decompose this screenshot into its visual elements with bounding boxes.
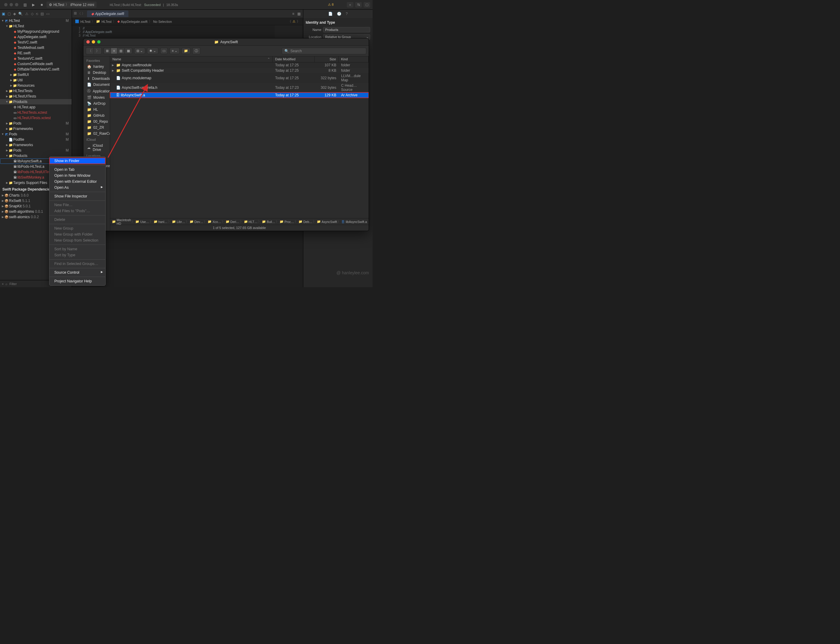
sidebar-item[interactable]: 📁02_RawCode: [84, 131, 110, 136]
app-icon: ⚙: [49, 3, 52, 7]
finder-back-button[interactable]: 〈: [86, 48, 94, 54]
add-target-icon[interactable]: +: [2, 282, 3, 286]
sidebar-item[interactable]: ☁iCloud Drive: [84, 143, 110, 153]
scheme-selector[interactable]: ⚙ HLTest 〉 iPhone 12 mini: [46, 2, 97, 8]
sidebar-item[interactable]: 📄Documents: [84, 82, 110, 88]
share-button[interactable]: ≡ ⌄: [169, 48, 180, 54]
tree-item[interactable]: ▶📁Resources: [0, 83, 72, 88]
adjust-editor-icon[interactable]: ▦: [297, 12, 300, 16]
sidebar-item[interactable]: 🏠hanley: [84, 64, 110, 70]
finder-column-headers[interactable]: Name ⌃ Date Modified Size Kind: [110, 56, 369, 62]
tree-item[interactable]: ▼📁HLTest: [0, 23, 72, 29]
sidebar-item[interactable]: 📁00_Repo: [84, 118, 110, 125]
finder-fwd-button[interactable]: 〉: [94, 48, 102, 54]
breadcrumb[interactable]: 🟦HLTest〉 📁HLTest〉 ◆AppDelegate.swift〉 No…: [72, 18, 303, 25]
filter-icon[interactable]: ⌕: [5, 282, 8, 286]
editor-tab[interactable]: ◆AppDelegate.swift: [87, 10, 128, 17]
menu-item: Sort by Type: [49, 252, 105, 258]
navigator-filter[interactable]: Filter: [9, 282, 16, 286]
code-review-icon[interactable]: ⇆: [355, 2, 362, 8]
tree-item[interactable]: ▶📁PodsM: [0, 148, 72, 153]
fwd-button[interactable]: 〉: [82, 11, 85, 16]
file-row[interactable]: ▶📁Async.swiftmodule Today at 17:25107 KB…: [110, 62, 369, 68]
add-button[interactable]: +: [347, 2, 353, 8]
menu-item[interactable]: Project Navigator Help: [49, 278, 105, 284]
tree-item[interactable]: ▶📁PodsM: [0, 121, 72, 126]
inspector-section-title: Identity and Type: [306, 20, 370, 25]
sidebar-item[interactable]: 📁HL: [84, 107, 110, 113]
tree-item[interactable]: ▶📁HLTestTests: [0, 88, 72, 94]
tree-item[interactable]: ◆TestVC.swift: [0, 39, 72, 45]
run-button[interactable]: ▶: [30, 2, 37, 8]
tree-item[interactable]: ◆CustomCellNode.swift: [0, 61, 72, 67]
sidebar-item[interactable]: ⒶApplications: [84, 88, 110, 95]
menu-item[interactable]: Show in Finder: [49, 158, 105, 164]
tree-item[interactable]: ▭HLTestUITests.xctest: [0, 115, 72, 121]
navigator-selector[interactable]: ▣▢◆🔍⚠◇⎋▤▭: [0, 10, 72, 18]
finder-path-bar[interactable]: 📁Macintosh HD〉📁Use…〉📁hanl…〉📁Libr…〉📁Dev…〉…: [110, 218, 369, 225]
menu-item: New File…: [49, 202, 105, 208]
tree-item[interactable]: ▼◩HLTestM: [0, 18, 72, 23]
finder-search[interactable]: 🔍Search: [282, 48, 366, 54]
sidebar-toggle-icon[interactable]: ▥: [21, 2, 28, 8]
menu-item: New Group: [49, 225, 105, 232]
tree-item[interactable]: ▶📁Util: [0, 77, 72, 83]
tree-item[interactable]: ◆TextureVC.swift: [0, 56, 72, 61]
menu-item: Add Files to "Pods"…: [49, 208, 105, 214]
menu-item: New Group from Selection: [49, 237, 105, 243]
back-button[interactable]: 〈: [77, 11, 81, 16]
sidebar-item[interactable]: 📁GitHub: [84, 113, 110, 118]
identity-name-field[interactable]: Products: [323, 27, 370, 33]
file-row[interactable]: 📄Async.modulemap Today at 17:25322 bytes…: [110, 73, 369, 83]
menu-item: Sort by Name: [49, 246, 105, 252]
menu-item[interactable]: Open in New Window: [49, 172, 105, 179]
menu-item[interactable]: Open with External Editor: [49, 179, 105, 184]
finder-traffic-lights[interactable]: [86, 40, 100, 44]
sidebar-item[interactable]: 📁02_ZR: [84, 125, 110, 131]
menu-item[interactable]: Source Control: [49, 269, 105, 276]
editor-options-icon[interactable]: ≡: [292, 12, 294, 16]
scheme-app: HLTest: [53, 3, 64, 7]
menu-item[interactable]: Show File Inspector: [49, 193, 105, 199]
tree-item[interactable]: ▶📁Frameworks: [0, 142, 72, 148]
panels-icon[interactable]: ▢: [364, 2, 370, 8]
menu-item: Find in Selected Groups…: [49, 261, 105, 267]
menu-item[interactable]: Open As: [49, 184, 105, 191]
view-mode-segment[interactable]: ⊞≡▥▦: [103, 48, 132, 54]
finder-window[interactable]: 📁AsyncSwift 〈〉 ⊞≡▥▦ ⊟ ⌄ ✱ ⌄ ⬭ ≡ ⌄ 📁 ⓘ 🔍S…: [83, 38, 369, 231]
sidebar-item[interactable]: 📡AirDrop: [84, 100, 110, 107]
tree-item[interactable]: ▶📁SwiftUI: [0, 72, 72, 77]
tree-item[interactable]: ▶📁Frameworks: [0, 126, 72, 131]
info-button[interactable]: ⓘ: [192, 48, 200, 54]
new-folder-button[interactable]: 📁: [182, 48, 190, 54]
inspector-tabs[interactable]: 📄🕑?: [303, 10, 372, 18]
tree-item[interactable]: ◆DIffableTableViewVC.swift: [0, 67, 72, 72]
window-traffic-lights[interactable]: [2, 3, 20, 6]
tree-icon[interactable]: ⊞: [74, 11, 77, 16]
tree-item[interactable]: ◆TestMethod.swift: [0, 45, 72, 51]
sidebar-item[interactable]: ⬇Downloads: [84, 76, 110, 82]
tree-item[interactable]: ▭HLTestTests.xctest: [0, 110, 72, 115]
tags-button[interactable]: ⬭: [160, 48, 168, 54]
tree-item[interactable]: ◆MyPlayground.playground: [0, 29, 72, 34]
sidebar-item[interactable]: 🖥Desktop: [84, 70, 110, 76]
action-button[interactable]: ✱ ⌄: [147, 48, 158, 54]
tree-item[interactable]: ⚙HLTest.app: [0, 104, 72, 110]
file-inspector-icon: 📄: [328, 12, 333, 16]
tree-item[interactable]: ◆RE.swift: [0, 51, 72, 56]
tree-item[interactable]: ◆AppDelegate.swift: [0, 34, 72, 39]
tree-item[interactable]: ▼◩PodsM: [0, 131, 72, 137]
sidebar-item[interactable]: 🎬Movies: [84, 95, 110, 100]
stop-button[interactable]: ■: [38, 2, 45, 8]
tree-item[interactable]: 📄PodfileM: [0, 137, 72, 142]
context-menu[interactable]: Show in FinderOpen in TabOpen in New Win…: [49, 156, 106, 286]
warning-badge: ⚠ 8: [328, 3, 334, 7]
menu-item[interactable]: Open in Tab: [49, 166, 105, 172]
search-icon: 🔍: [284, 49, 289, 53]
group-button[interactable]: ⊟ ⌄: [134, 48, 145, 54]
tree-item[interactable]: ▶📁HLTestUITests: [0, 94, 72, 99]
file-row[interactable]: 🗄libAsyncSwift.a Today at 17:25129 KBAr …: [110, 92, 369, 98]
file-row[interactable]: ▶📁Swift Compatibility Header Today at 17…: [110, 68, 369, 73]
tree-item[interactable]: ▼📁Products: [0, 99, 72, 104]
file-row[interactable]: 📄AsyncSwift-umbrella.h Today at 17:23302…: [110, 83, 369, 92]
